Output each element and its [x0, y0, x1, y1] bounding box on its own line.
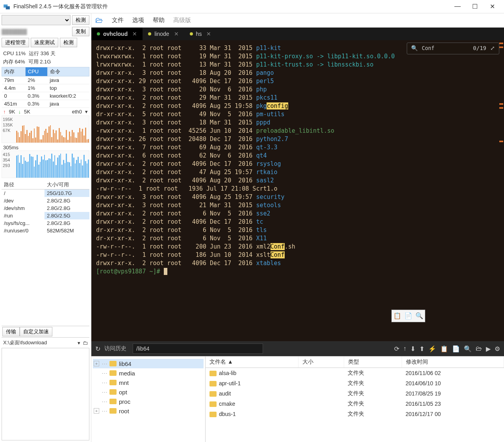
process-manager-button[interactable]: 进程管理 — [2, 38, 29, 47]
search-icon: 🔍 — [411, 45, 418, 52]
tree-item-opt[interactable]: ⋯opt — [93, 387, 204, 397]
status-dot-icon — [148, 32, 151, 35]
table-row[interactable]: /run2.8G/2.5G — [2, 212, 89, 219]
terminal-line: drwxr-xr-x. 2 root root 4096 Dec 17 2016… — [96, 259, 499, 267]
folder-icon — [209, 381, 217, 386]
detect-button[interactable]: 检测 — [72, 15, 89, 25]
table-row[interactable]: /sys/fs/cg...2.8G/2.8G — [2, 219, 89, 227]
tree-item-root[interactable]: +⋯root — [93, 406, 204, 416]
host-select[interactable] — [2, 15, 70, 25]
tree-item-mnt[interactable]: ⋯mnt — [93, 378, 204, 387]
table-row[interactable]: 79m2%java — [2, 76, 89, 84]
copy-button[interactable]: 复制 — [72, 27, 89, 36]
col-cpu[interactable]: CPU — [25, 67, 47, 76]
col-filename[interactable]: 文件名 ▲ — [206, 357, 298, 368]
tab-ovhcloud[interactable]: ovhcloud✕ — [91, 28, 143, 40]
paste-icon[interactable]: 📄 — [404, 312, 412, 320]
menu-options[interactable]: 选项 — [132, 17, 144, 24]
latency-chart: 415354293 — [2, 150, 89, 178]
terminal-line: drwxr-xr-x. 3 root root 18 Mar 31 2015 p… — [96, 119, 499, 127]
list-item[interactable]: alsa-lib文件夹2016/11/06 02 — [206, 368, 504, 379]
menu-advanced[interactable]: 高级版 — [173, 17, 191, 24]
folder-icon — [109, 380, 117, 385]
terminal-search-bar: 🔍 0/19 ⤢ — [407, 43, 499, 54]
terminal-line: drwxr-xr-x. 2 root root 4096 Dec 17 2016… — [96, 160, 499, 168]
network-chart: 195K135K67K — [2, 115, 89, 143]
folder-icon[interactable]: 🗀 — [83, 340, 88, 346]
tab-linode[interactable]: linode✕ — [143, 28, 184, 40]
terminal-line: drwxr-xr-x. 6 root root 62 Nov 6 2016 qt… — [96, 152, 499, 160]
maximize-button[interactable]: ☐ — [471, 3, 479, 10]
speed-test-button[interactable]: 速度测试 — [31, 38, 58, 47]
tree-item-proc[interactable]: ⋯proc — [93, 397, 204, 406]
open-icon[interactable]: 🗁 — [476, 345, 482, 352]
status-dot-icon — [97, 32, 100, 35]
col-size[interactable]: 大小 — [298, 357, 344, 368]
dropdown-icon[interactable]: ▾ — [85, 109, 88, 115]
close-icon[interactable]: ✕ — [206, 31, 211, 37]
terminal[interactable]: 🔍 0/19 ⤢ 📋 📄 🔍 drwxr-xr-x. 2 root root 3… — [91, 40, 504, 341]
table-row[interactable]: 4.4m1%top — [2, 84, 89, 92]
terminal-line: drwxr-xr-x. 3 root root 21 Mar 31 2015 s… — [96, 201, 499, 210]
col-mem[interactable]: 内存 — [2, 67, 26, 76]
tree-item-lib64[interactable]: +⋯lib64 — [93, 359, 204, 368]
terminal-line: drwxr-xr-x. 26 root root 20480 Dec 17 20… — [96, 135, 499, 143]
dropdown-icon[interactable]: ▾ — [78, 340, 80, 346]
terminal-line: drwxr-xr-x. 3 root root 18 Aug 20 2016 p… — [96, 69, 499, 77]
find-icon[interactable]: 🔍 — [415, 312, 423, 320]
refresh-icon[interactable]: ⟳ — [394, 345, 399, 353]
list-item[interactable]: audit文件夹2017/08/25 19 — [206, 388, 504, 399]
terminal-line: -rw-r--r--. 1 root root 186 Jun 10 2014 … — [96, 251, 499, 259]
terminal-line: dr-xr-xr-x. 5 root root 49 Nov 5 2016 pm… — [96, 110, 499, 119]
list-item[interactable]: cmake文件夹2016/11/05 23 — [206, 399, 504, 409]
table-row[interactable]: 00.3%kworker/0:2 — [2, 92, 89, 100]
terminal-prompt: [root@vps91887 ~]# — [96, 267, 499, 276]
table-row[interactable]: /dev2.8G/2.8G — [2, 197, 89, 204]
search-input[interactable] — [422, 45, 469, 51]
settings-icon[interactable]: ⚙ — [495, 345, 500, 353]
table-row[interactable]: /25G/10.7G — [2, 189, 89, 197]
close-icon[interactable]: ✕ — [174, 31, 179, 37]
search-counter: 0/19 — [473, 45, 486, 52]
table-row[interactable]: 451m0.3%java — [2, 100, 89, 108]
paste2-icon[interactable]: 📄 — [452, 345, 460, 353]
close-icon[interactable]: ✕ — [132, 31, 137, 37]
transfer-tab[interactable]: 传输 — [2, 327, 20, 336]
local-files-area — [2, 348, 89, 440]
detect2-button[interactable]: 检测 — [60, 38, 77, 47]
list-item[interactable]: dbus-1文件夹2016/12/17 00 — [206, 409, 504, 419]
open-folder-icon[interactable]: 🗁 — [95, 16, 103, 25]
close-button[interactable]: ✕ — [488, 3, 496, 10]
table-row[interactable]: /run/user/0582M/582M — [2, 227, 89, 234]
terminal-line: drwxr-xr-x. 2 root root 47 Aug 25 19:57 … — [96, 168, 499, 176]
terminal-line: drwxr-xr-x. 2 root root 4096 Aug 20 2016… — [96, 176, 499, 185]
menu-help[interactable]: 帮助 — [153, 17, 165, 24]
list-item[interactable]: apr-util-1文件夹2014/06/10 10 — [206, 378, 504, 388]
path-input[interactable] — [133, 344, 263, 354]
download-icon: ↓ — [18, 109, 21, 115]
download-icon[interactable]: ⬇ — [410, 345, 415, 353]
bolt-icon[interactable]: ⚡ — [428, 345, 436, 353]
upload2-icon[interactable]: ⬆ — [419, 345, 424, 353]
tab-hs[interactable]: hs✕ — [184, 28, 217, 40]
folder-icon — [109, 361, 117, 366]
folder-icon — [209, 412, 217, 417]
upload-icon[interactable]: ↑ — [403, 345, 406, 352]
col-cmd[interactable]: 命令 — [47, 67, 89, 76]
col-mtime[interactable]: 修改时间 — [402, 357, 504, 368]
copy2-icon[interactable]: 📋 — [440, 345, 448, 353]
copy-icon[interactable]: 📋 — [393, 312, 401, 320]
expand-icon[interactable]: ⤢ — [490, 45, 495, 52]
history-label: 访问历史 — [104, 345, 126, 352]
col-type[interactable]: 类型 — [344, 357, 402, 368]
terminal-line: drwxr-xr-x. 2 root root 4096 Aug 25 19:5… — [96, 102, 499, 110]
search2-icon[interactable]: 🔍 — [464, 345, 472, 353]
titlebar: FinalShell 2.4.5 一体化服务器管理软件 — ☐ ✕ — [0, 0, 504, 13]
table-row[interactable]: /dev/shm2.8G/2.8G — [2, 204, 89, 212]
menu-file[interactable]: 文件 — [112, 17, 124, 24]
history-icon[interactable]: ↻ — [95, 345, 100, 353]
custom-accel-tab[interactable]: 自定义加速 — [20, 327, 52, 336]
play-icon[interactable]: ▶ — [486, 345, 491, 353]
tree-item-media[interactable]: ⋯media — [93, 368, 204, 378]
minimize-button[interactable]: — — [454, 3, 461, 10]
